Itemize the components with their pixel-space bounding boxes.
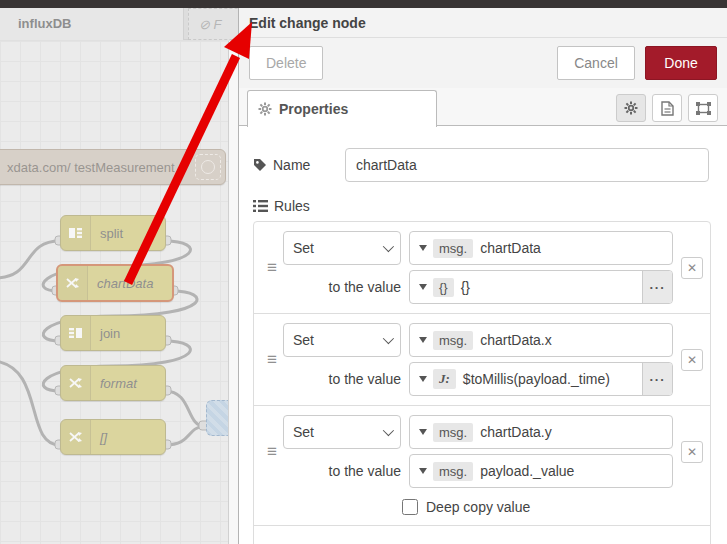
chevron-down-icon [383,333,394,344]
cancel-button[interactable]: Cancel [557,46,635,80]
rule-divider [254,525,710,526]
expand-editor-button[interactable] [688,94,718,122]
remove-rule-button[interactable]: ✕ [681,349,703,371]
to-value-label: to the value [283,279,401,295]
rule-property-input[interactable]: msg. chartData.y [409,415,673,449]
type-select-caret-icon[interactable] [419,468,427,474]
type-chip: msg. [433,239,473,258]
drag-handle-icon[interactable]: ≡ [261,442,283,462]
rules-label: Rules [253,198,715,214]
drag-handle-icon[interactable]: ≡ [261,350,283,370]
edit-tray: Edit change node Delete Cancel Done Prop… [238,8,727,544]
document-icon [661,101,674,116]
jsonata-type-chip: J: [433,369,456,389]
type-chip: msg. [433,462,473,481]
tab-properties[interactable]: Properties [247,90,437,127]
drag-handle-icon[interactable]: ≡ [261,258,283,278]
type-select-caret-icon[interactable] [419,337,427,343]
chevron-down-icon [383,425,394,436]
type-select-caret-icon[interactable] [419,245,427,251]
rule-property-input[interactable]: msg. chartData.x [409,323,673,357]
remove-rule-button[interactable]: ✕ [681,441,703,463]
workspace-scrollbar[interactable] [228,41,238,544]
expand-icon [696,102,711,115]
type-select-caret-icon[interactable] [419,376,427,382]
name-input[interactable] [345,148,709,182]
expand-value-editor-button[interactable]: ··· [642,363,672,395]
description-button[interactable] [652,94,682,122]
rule-value-input[interactable]: {} {} ··· [409,270,673,304]
app-window: influxDB ⊘ F [0,0,727,544]
deep-copy-checkbox[interactable] [402,499,418,515]
expand-value-editor-button[interactable]: ··· [642,271,672,303]
type-chip: msg. [433,331,473,350]
rules-list: ≡ Set msg. chartData [253,221,711,544]
rule-action-select[interactable]: Set [283,415,401,449]
tab-properties-label: Properties [279,101,348,117]
tray-toolbar: Delete Cancel Done [239,38,727,88]
deep-copy-row: Deep copy value [402,499,710,515]
rule-property-input[interactable]: msg. chartData [409,231,673,265]
type-select-caret-icon[interactable] [419,429,427,435]
name-row: Name [253,148,715,182]
rule-row: ≡ Set msg. chartData.y [254,406,710,497]
properties-view-button[interactable] [616,94,646,122]
rule-action-select[interactable]: Set [283,323,401,357]
tag-icon [253,158,267,172]
type-chip: msg. [433,423,473,442]
list-icon [253,200,268,212]
name-label: Name [253,157,345,173]
rule-row: ≡ Set msg. chartData.x [254,314,710,405]
to-value-label: to the value [283,463,401,479]
flow-workspace[interactable]: influxDB ⊘ F [0,8,238,544]
remove-rule-button[interactable]: ✕ [681,257,703,279]
delete-button[interactable]: Delete [249,46,323,80]
gear-icon [258,102,272,116]
header-bar [0,0,727,8]
rule-value-input[interactable]: msg. payload._value [409,454,673,488]
type-chip: {} [433,278,454,297]
tray-title: Edit change node [239,8,727,38]
to-value-label: to the value [283,371,401,387]
done-button[interactable]: Done [645,46,717,80]
gear-icon [624,101,638,115]
node-config-form: Name Rules ≡ Set [239,126,727,544]
chevron-down-icon [383,241,394,252]
rule-action-select[interactable]: Set [283,231,401,265]
workspace-shade [0,8,238,544]
rule-row: ≡ Set msg. chartData [254,222,710,313]
editor-tabrow: Properties [239,88,727,126]
deep-copy-label: Deep copy value [426,499,530,515]
type-select-caret-icon[interactable] [419,284,427,290]
rule-value-input[interactable]: J: $toMillis(payload._time) ··· [409,362,673,396]
